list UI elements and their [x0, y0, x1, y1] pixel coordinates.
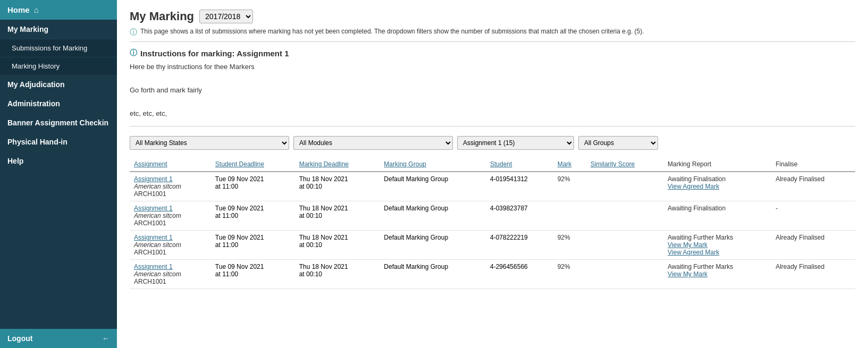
- cell-mark-3: 92%: [553, 231, 586, 260]
- sidebar-item-marking-history[interactable]: Marking History: [0, 57, 117, 75]
- assignment-link-2[interactable]: Assignment 1: [134, 205, 173, 212]
- info-icon: ⓘ: [130, 28, 137, 37]
- view-my-mark-link-3[interactable]: View My Mark: [668, 241, 707, 249]
- cell-marking-group-2: Default Marking Group: [380, 201, 486, 231]
- cell-assignment-4: Assignment 1 American sitcom ARCH1001: [130, 260, 211, 289]
- table-row: Assignment 1 American sitcom ARCH1001 Tu…: [130, 172, 855, 201]
- home-label: Home: [7, 5, 30, 14]
- home-icon: ⌂: [34, 5, 39, 14]
- logout-button[interactable]: Logout ←: [0, 329, 117, 348]
- cell-assignment-3: Assignment 1 American sitcom ARCH1001: [130, 231, 211, 260]
- col-header-assignment[interactable]: Assignment: [130, 157, 211, 172]
- cell-mark-4: 92%: [553, 260, 586, 289]
- module-code-4: ARCH1001: [134, 278, 166, 285]
- instructions-info-icon: ⓘ: [130, 48, 137, 58]
- main-content: My Marking 2017/2018 ⓘ This page shows a…: [117, 0, 868, 348]
- assignment-link-3[interactable]: Assignment 1: [134, 234, 173, 241]
- cell-similarity-3: [586, 231, 663, 260]
- col-header-mark[interactable]: Mark: [553, 157, 586, 172]
- cell-finalise-3: Already Finalised: [771, 231, 855, 260]
- course-name-4: American sitcom: [134, 270, 181, 278]
- page-title-row: My Marking 2017/2018: [130, 10, 855, 23]
- page-title: My Marking: [130, 10, 194, 23]
- info-text: This page shows a list of submissions wh…: [140, 28, 644, 35]
- sidebar: Home ⌂ My Marking Submissions for Markin…: [0, 0, 117, 348]
- cell-student-deadline-4: Tue 09 Nov 2021at 11:00: [211, 260, 295, 289]
- filters-row: All Marking States Unmarked Marked Final…: [130, 136, 855, 150]
- col-header-student-deadline[interactable]: Student Deadline: [211, 157, 295, 172]
- view-agreed-mark-link-1[interactable]: View Agreed Mark: [668, 183, 719, 190]
- sidebar-item-submissions-for-marking[interactable]: Submissions for Marking: [0, 39, 117, 57]
- course-name-2: American sitcom: [134, 212, 181, 219]
- cell-marking-group-4: Default Marking Group: [380, 260, 486, 289]
- col-header-similarity-score[interactable]: Similarity Score: [586, 157, 663, 172]
- filter-groups[interactable]: All Groups: [578, 136, 658, 150]
- instructions-body: Here be thy instructions for thee Marker…: [130, 61, 855, 120]
- table-body: Assignment 1 American sitcom ARCH1001 Tu…: [130, 172, 855, 289]
- col-header-student[interactable]: Student: [486, 157, 553, 172]
- cell-mark-2: [553, 201, 586, 231]
- cell-finalise-1: Already Finalised: [771, 172, 855, 201]
- cell-student-deadline-1: Tue 09 Nov 2021at 11:00: [211, 172, 295, 201]
- submissions-table: Assignment Student Deadline Marking Dead…: [130, 157, 855, 289]
- module-code-2: ARCH1001: [134, 219, 166, 227]
- sidebar-item-banner-assignment-checkin[interactable]: Banner Assignment Checkin: [0, 113, 117, 132]
- module-code-1: ARCH1001: [134, 190, 166, 198]
- course-name-3: American sitcom: [134, 241, 181, 249]
- sidebar-item-my-adjudication[interactable]: My Adjudication: [0, 75, 117, 94]
- year-select[interactable]: 2017/2018: [199, 10, 253, 23]
- cell-similarity-4: [586, 260, 663, 289]
- cell-student-2: 4-039823787: [486, 201, 553, 231]
- cell-assignment-1: Assignment 1 American sitcom ARCH1001: [130, 172, 211, 201]
- sidebar-item-physical-hand-in[interactable]: Physical Hand-in: [0, 132, 117, 151]
- cell-finalise-2: -: [771, 201, 855, 231]
- col-header-marking-report: Marking Report: [663, 157, 771, 172]
- sidebar-home-link[interactable]: Home ⌂: [0, 0, 117, 20]
- cell-marking-deadline-4: Thu 18 Nov 2021at 00:10: [295, 260, 380, 289]
- info-bar: ⓘ This page shows a list of submissions …: [130, 28, 855, 42]
- cell-marking-group-3: Default Marking Group: [380, 231, 486, 260]
- cell-student-deadline-2: Tue 09 Nov 2021at 11:00: [211, 201, 295, 231]
- assignment-link-1[interactable]: Assignment 1: [134, 175, 173, 183]
- cell-similarity-1: [586, 172, 663, 201]
- cell-mark-1: 92%: [553, 172, 586, 201]
- cell-report-2: Awaiting Finalisation: [663, 201, 771, 231]
- table-header-row: Assignment Student Deadline Marking Dead…: [130, 157, 855, 172]
- cell-student-3: 4-078222219: [486, 231, 553, 260]
- course-name-1: American sitcom: [134, 183, 181, 190]
- cell-report-3: Awaiting Further Marks View My Mark View…: [663, 231, 771, 260]
- view-my-mark-link-4[interactable]: View My Mark: [668, 270, 707, 278]
- cell-student-4: 4-296456566: [486, 260, 553, 289]
- col-header-finalise: Finalise: [771, 157, 855, 172]
- view-agreed-mark-link-3[interactable]: View Agreed Mark: [668, 249, 719, 256]
- logout-icon: ←: [102, 334, 109, 343]
- cell-marking-group-1: Default Marking Group: [380, 172, 486, 201]
- table-row: Assignment 1 American sitcom ARCH1001 Tu…: [130, 260, 855, 289]
- cell-student-1: 4-019541312: [486, 172, 553, 201]
- cell-finalise-4: Already Finalised: [771, 260, 855, 289]
- module-code-3: ARCH1001: [134, 249, 166, 256]
- cell-marking-deadline-3: Thu 18 Nov 2021at 00:10: [295, 231, 380, 260]
- col-header-marking-deadline[interactable]: Marking Deadline: [295, 157, 380, 172]
- filter-marking-state[interactable]: All Marking States Unmarked Marked Final…: [130, 136, 289, 150]
- assignment-link-4[interactable]: Assignment 1: [134, 263, 173, 270]
- cell-similarity-2: [586, 201, 663, 231]
- sidebar-item-my-marking[interactable]: My Marking: [0, 20, 117, 39]
- cell-assignment-2: Assignment 1 American sitcom ARCH1001: [130, 201, 211, 231]
- filter-assignment[interactable]: Assignment 1 (15): [457, 136, 574, 150]
- instructions-box: ⓘ Instructions for marking: Assignment 1…: [130, 48, 855, 126]
- instructions-title: ⓘ Instructions for marking: Assignment 1: [130, 48, 855, 58]
- filter-modules[interactable]: All Modules: [293, 136, 453, 150]
- sidebar-item-help[interactable]: Help: [0, 151, 117, 171]
- table-row: Assignment 1 American sitcom ARCH1001 Tu…: [130, 201, 855, 231]
- cell-marking-deadline-2: Thu 18 Nov 2021at 00:10: [295, 201, 380, 231]
- cell-student-deadline-3: Tue 09 Nov 2021at 11:00: [211, 231, 295, 260]
- sidebar-item-administration[interactable]: Administration: [0, 94, 117, 113]
- table-row: Assignment 1 American sitcom ARCH1001 Tu…: [130, 231, 855, 260]
- cell-report-1: Awaiting Finalisation View Agreed Mark: [663, 172, 771, 201]
- col-header-marking-group[interactable]: Marking Group: [380, 157, 486, 172]
- cell-report-4: Awaiting Further Marks View My Mark: [663, 260, 771, 289]
- cell-marking-deadline-1: Thu 18 Nov 2021at 00:10: [295, 172, 380, 201]
